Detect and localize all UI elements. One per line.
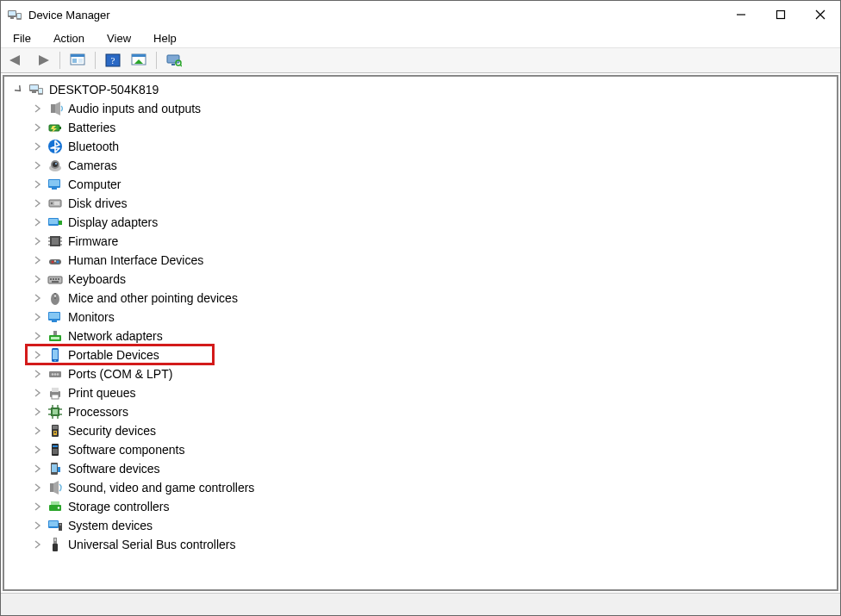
expander-icon[interactable] bbox=[32, 311, 44, 323]
expander-icon[interactable] bbox=[32, 140, 44, 152]
expander-icon[interactable] bbox=[32, 406, 44, 418]
tree-node-label: Human Interface Devices bbox=[68, 251, 203, 270]
svg-rect-13 bbox=[72, 59, 77, 63]
expander-icon[interactable] bbox=[32, 178, 44, 190]
tree-node[interactable]: Processors bbox=[8, 402, 837, 421]
expander-icon[interactable] bbox=[32, 330, 44, 342]
tree-node-label: Software devices bbox=[68, 459, 160, 478]
display-adapter-icon bbox=[47, 215, 63, 230]
tree-node[interactable]: Monitors bbox=[8, 308, 837, 327]
tree-node[interactable]: Software devices bbox=[8, 459, 837, 478]
svg-marker-10 bbox=[39, 55, 49, 65]
bluetooth-icon bbox=[47, 139, 63, 154]
tree-node-label: Network adapters bbox=[68, 327, 163, 345]
svg-rect-25 bbox=[30, 85, 38, 90]
app-icon bbox=[8, 8, 22, 22]
expander-icon[interactable] bbox=[32, 444, 44, 456]
toolbar-showhide-button[interactable] bbox=[65, 50, 90, 71]
toolbar-help-button[interactable]: ? bbox=[101, 50, 125, 71]
tree-node[interactable]: Print queues bbox=[8, 383, 837, 402]
tree-node[interactable]: Portable Devices bbox=[8, 345, 837, 364]
tree-node-label: Software components bbox=[68, 440, 184, 459]
window-title: Device Manager bbox=[28, 9, 110, 22]
toolbar-scan-button[interactable] bbox=[127, 50, 151, 71]
expander-icon[interactable] bbox=[32, 425, 44, 437]
tree-node-label: Monitors bbox=[68, 308, 115, 327]
expander-icon[interactable] bbox=[32, 520, 44, 532]
tree-node-label: Audio inputs and outputs bbox=[68, 99, 201, 118]
toolbar-back-button[interactable] bbox=[4, 50, 28, 71]
tree-node-label: Universal Serial Bus controllers bbox=[68, 535, 236, 554]
software-device-icon bbox=[47, 461, 63, 476]
tree-node-label: Processors bbox=[68, 402, 128, 421]
tree-node[interactable]: Cameras bbox=[8, 156, 837, 175]
expander-icon[interactable] bbox=[32, 349, 44, 361]
svg-rect-12 bbox=[71, 54, 84, 57]
tree-node[interactable]: Audio inputs and outputs bbox=[8, 99, 837, 118]
expander-icon[interactable] bbox=[32, 538, 44, 551]
monitor-icon bbox=[47, 309, 63, 325]
tree-node[interactable]: Computer bbox=[8, 175, 837, 194]
camera-icon bbox=[47, 158, 63, 173]
expander-icon[interactable] bbox=[32, 501, 44, 513]
menu-help[interactable]: Help bbox=[148, 30, 182, 47]
expander-icon[interactable] bbox=[32, 197, 44, 209]
expander-icon[interactable] bbox=[32, 292, 44, 304]
tree-node[interactable]: Disk drives bbox=[8, 194, 837, 213]
sound-icon bbox=[47, 480, 63, 495]
tree-node[interactable]: Universal Serial Bus controllers bbox=[8, 535, 837, 554]
tree-node[interactable]: System devices bbox=[8, 516, 837, 535]
disk-icon bbox=[47, 196, 63, 211]
toolbar-forward-button[interactable] bbox=[30, 50, 54, 71]
tree-root-node[interactable]: DESKTOP-504K819 bbox=[8, 80, 837, 99]
expander-icon[interactable] bbox=[32, 368, 44, 380]
menu-view[interactable]: View bbox=[102, 30, 136, 47]
cpu-icon bbox=[47, 404, 63, 420]
toolbar-monitor-button[interactable] bbox=[162, 50, 186, 71]
expander-icon[interactable] bbox=[32, 216, 44, 228]
expander-icon[interactable] bbox=[32, 103, 44, 115]
tree-node-label: Firmware bbox=[68, 232, 118, 251]
expander-icon[interactable] bbox=[32, 235, 44, 247]
close-button[interactable] bbox=[801, 1, 840, 28]
tree-node[interactable]: Firmware bbox=[8, 232, 837, 251]
tree-node[interactable]: Security devices bbox=[8, 421, 837, 440]
tree-node[interactable]: Bluetooth bbox=[8, 137, 837, 156]
expander-icon[interactable] bbox=[32, 482, 44, 494]
expander-icon[interactable] bbox=[32, 387, 44, 399]
tree-node[interactable]: Sound, video and game controllers bbox=[8, 478, 837, 497]
tree-node-label: Security devices bbox=[68, 421, 156, 440]
tree-node[interactable]: Batteries bbox=[8, 118, 837, 137]
expander-icon[interactable] bbox=[32, 463, 44, 475]
tree-node[interactable]: Storage controllers bbox=[8, 497, 837, 516]
menu-action[interactable]: Action bbox=[48, 30, 90, 47]
software-component-icon bbox=[47, 442, 63, 457]
tree-node[interactable]: Mice and other pointing devices bbox=[8, 289, 837, 308]
tree-node[interactable]: Display adapters bbox=[8, 213, 837, 232]
firmware-icon bbox=[47, 233, 63, 249]
tree-node-label: Storage controllers bbox=[68, 497, 170, 516]
svg-rect-18 bbox=[132, 54, 146, 57]
tree-node-label: System devices bbox=[68, 516, 153, 535]
svg-line-23 bbox=[180, 65, 182, 66]
tree-node[interactable]: Keyboards bbox=[8, 270, 837, 289]
device-tree-panel[interactable]: DESKTOP-504K819 Audio inputs and outputs… bbox=[3, 75, 838, 591]
tree-node-label: Cameras bbox=[68, 156, 117, 175]
tree-root-label: DESKTOP-504K819 bbox=[49, 80, 159, 99]
maximize-button[interactable] bbox=[761, 1, 801, 28]
expander-icon[interactable] bbox=[32, 273, 44, 285]
tree-node[interactable]: Ports (COM & LPT) bbox=[8, 364, 837, 383]
expander-icon[interactable] bbox=[32, 254, 44, 266]
expander-icon[interactable] bbox=[32, 159, 44, 171]
expander-icon[interactable] bbox=[13, 84, 25, 96]
svg-rect-14 bbox=[78, 59, 83, 63]
svg-rect-4 bbox=[17, 14, 21, 18]
tree-node[interactable]: Software components bbox=[8, 440, 837, 459]
minimize-button[interactable] bbox=[721, 1, 761, 28]
menu-file[interactable]: File bbox=[8, 30, 36, 47]
tree-node[interactable]: Human Interface Devices bbox=[8, 251, 837, 270]
expander-icon[interactable] bbox=[32, 121, 44, 134]
hid-icon bbox=[47, 252, 63, 268]
tree-node[interactable]: Network adapters bbox=[8, 327, 837, 345]
mouse-icon bbox=[47, 290, 63, 306]
